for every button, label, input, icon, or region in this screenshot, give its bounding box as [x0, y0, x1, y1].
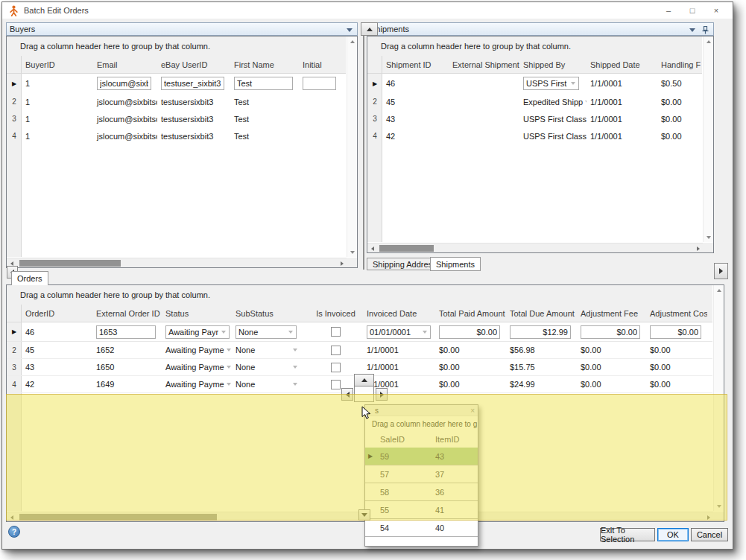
nav-left-button[interactable]: [341, 388, 353, 401]
cell-shipped-by[interactable]: USPS First Class: [519, 74, 587, 93]
popup-title-bar[interactable]: s ×: [365, 405, 478, 416]
table-row[interactable]: 4 42 USPS First Class 1/1/0001 $0.00: [367, 127, 702, 144]
cell-initial[interactable]: [299, 127, 342, 144]
horizontal-scrollbar[interactable]: [367, 243, 703, 252]
cell-external-order-id[interactable]: 1652: [92, 342, 162, 358]
cell-invoiced-date[interactable]: 1/1/0001: [363, 359, 435, 375]
cell-is-invoiced[interactable]: [305, 322, 363, 341]
cell-external-shipment[interactable]: [449, 110, 519, 127]
status-dropdown[interactable]: Awaiting Paym: [165, 325, 230, 339]
buyers-panel-header[interactable]: Buyers: [6, 22, 358, 36]
cell-sale-id[interactable]: 57: [376, 470, 434, 479]
cell-total-due[interactable]: $15.75: [506, 359, 577, 375]
cell-order-id[interactable]: 46: [22, 322, 92, 341]
table-row[interactable]: 58 36: [365, 483, 478, 501]
cell-sale-id[interactable]: 54: [376, 524, 434, 532]
cell-ebay-userid[interactable]: testusersixbit3: [157, 110, 230, 127]
cell-invoiced-date[interactable]: 01/01/0001: [363, 322, 435, 341]
cell-adjustment-cost[interactable]: $0.00: [646, 342, 707, 358]
column-header[interactable]: ItemID: [434, 431, 471, 448]
cell-item-id[interactable]: 41: [434, 506, 471, 515]
column-header[interactable]: Status: [162, 305, 232, 322]
cell-external-order-id[interactable]: 1650: [92, 359, 162, 375]
cell-handling-fee[interactable]: $0.00: [657, 93, 701, 110]
scroll-down-button[interactable]: [714, 501, 724, 511]
table-row[interactable]: 54 40: [365, 519, 478, 537]
column-header[interactable]: Adjustment Fee: [577, 305, 646, 322]
is-invoiced-checkbox[interactable]: [331, 380, 341, 389]
column-header[interactable]: eBay UserID: [157, 56, 230, 73]
cell-substatus[interactable]: None: [232, 376, 305, 392]
cell-is-invoiced[interactable]: [305, 359, 363, 375]
minimize-button[interactable]: –: [657, 2, 680, 19]
column-header[interactable]: SubStatus: [232, 305, 305, 322]
cell-ebay-userid[interactable]: testusersixbit3: [157, 93, 230, 110]
cell-buyerid[interactable]: 1: [22, 93, 93, 110]
cell-total-paid[interactable]: $0.00: [435, 376, 506, 392]
cell-buyerid[interactable]: 1: [22, 127, 93, 144]
cell-shipment-id[interactable]: 42: [382, 127, 449, 144]
close-button[interactable]: ×: [704, 2, 728, 19]
cell-first-name[interactable]: Test: [230, 127, 299, 144]
popup-close-icon[interactable]: ×: [470, 406, 475, 416]
cell-adjustment-fee[interactable]: $0.00: [577, 342, 646, 358]
cell-buyerid[interactable]: 1: [22, 110, 93, 127]
cell-shipped-date[interactable]: 1/1/0001: [587, 93, 657, 110]
cell-shipment-id[interactable]: 43: [382, 110, 449, 127]
table-row[interactable]: 3 43 USPS First Class 1/1/0001 $0.00: [367, 110, 702, 127]
scrollbar-thumb[interactable]: [19, 260, 121, 267]
column-header[interactable]: Adjustment Cost: [646, 305, 707, 322]
cell-item-id[interactable]: 36: [434, 488, 471, 497]
column-header[interactable]: Email: [93, 56, 157, 73]
scroll-right-button[interactable]: [704, 512, 713, 522]
invoiced-date-dropdown[interactable]: 01/01/0001: [367, 325, 431, 339]
cell-sale-id[interactable]: 59: [376, 452, 434, 461]
nav-up-button[interactable]: [354, 374, 374, 386]
cell-order-id[interactable]: 42: [22, 376, 92, 392]
scroll-down-button[interactable]: [704, 232, 713, 242]
is-invoiced-checkbox[interactable]: [331, 363, 341, 372]
column-header[interactable]: BuyerID: [22, 56, 93, 73]
column-header[interactable]: SaleID: [376, 431, 434, 448]
scroll-up-button[interactable]: [704, 36, 713, 46]
cell-external-order-id[interactable]: 1649: [92, 376, 162, 392]
scrollbar-thumb[interactable]: [379, 245, 434, 252]
column-header[interactable]: First Name: [230, 56, 299, 73]
table-row[interactable]: ▶ 1: [7, 74, 346, 93]
table-row[interactable]: 2 45 Expedited Shipp 1/1/0001 $0.00: [367, 93, 702, 110]
column-header[interactable]: Shipped Date: [587, 56, 657, 73]
adjustment-cost-field[interactable]: [650, 325, 701, 339]
scroll-up-button[interactable]: [714, 285, 724, 295]
cell-ebay-userid[interactable]: [157, 74, 230, 93]
total-paid-field[interactable]: [439, 325, 500, 339]
table-row[interactable]: ▶ 46 USPS First Class 1/1/0001 $0.50: [367, 74, 702, 93]
table-row[interactable]: ▶ 46 Awaiting Paym None 01/01/0001: [7, 322, 712, 342]
is-invoiced-checkbox[interactable]: [331, 327, 341, 337]
column-header[interactable]: Total Due Amount: [506, 305, 577, 322]
cell-initial[interactable]: [299, 74, 342, 93]
scroll-down-button[interactable]: [347, 247, 357, 257]
first-name-field[interactable]: [234, 77, 293, 90]
cell-email[interactable]: jslocum@sixbitsoft: [93, 93, 157, 110]
table-row[interactable]: 55 41: [365, 501, 478, 519]
popup-scroll-down-button[interactable]: [358, 509, 370, 521]
column-header[interactable]: Handling Fee: [657, 56, 701, 73]
table-row[interactable]: 4 1 jslocum@sixbitsoft testusersixbit3 T…: [7, 127, 346, 144]
cell-adjustment-cost[interactable]: $0.00: [646, 359, 707, 375]
cell-adjustment-cost[interactable]: $0.00: [646, 376, 707, 392]
cell-substatus[interactable]: None: [232, 342, 305, 358]
ok-button[interactable]: OK: [657, 528, 689, 541]
cell-is-invoiced[interactable]: [305, 342, 363, 358]
table-row[interactable]: 57 37: [365, 465, 478, 483]
table-row[interactable]: 3 1 jslocum@sixbitsoft testusersixbit3 T…: [7, 110, 346, 127]
cell-first-name[interactable]: Test: [230, 110, 299, 127]
vertical-scrollbar[interactable]: [347, 36, 357, 257]
cell-first-name[interactable]: [230, 74, 299, 93]
cell-handling-fee[interactable]: $0.50: [657, 74, 701, 93]
cell-external-shipment[interactable]: [449, 93, 519, 110]
column-header[interactable]: Invoiced Date: [363, 305, 435, 322]
shipments-panel-header[interactable]: Shipments: [367, 22, 714, 36]
horizontal-scrollbar[interactable]: [7, 258, 347, 267]
maximize-button[interactable]: □: [680, 2, 704, 19]
substatus-dropdown[interactable]: None: [236, 325, 297, 339]
